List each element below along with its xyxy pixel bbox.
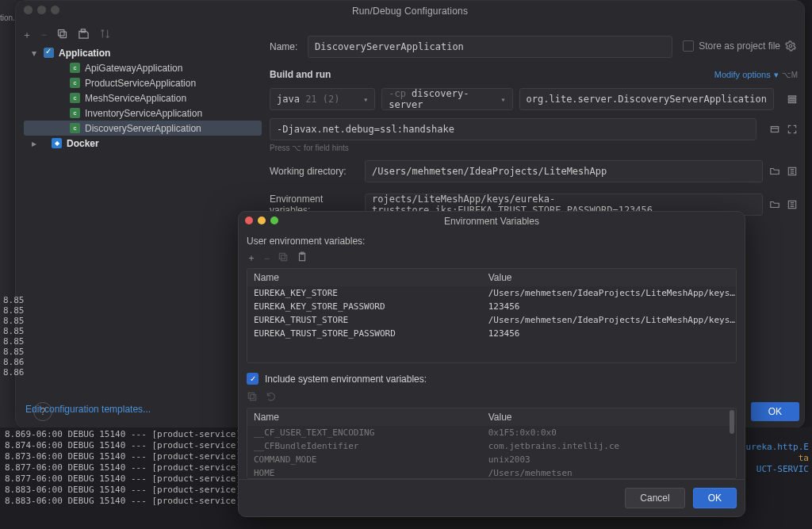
checkbox-icon[interactable] [44, 48, 54, 58]
table-row: __CF_USER_TEXT_ENCODING0x1F5:0x0:0x0 [247, 426, 736, 439]
col-name[interactable]: Name [247, 272, 482, 283]
list-icon[interactable] [787, 94, 798, 105]
svg-rect-6 [788, 102, 795, 103]
config-tree[interactable]: ▾ Application cApiGatewayApplication cPr… [24, 45, 262, 151]
table-row: HOME/Users/mehmetsen [247, 466, 736, 479]
col-value[interactable]: Value [482, 272, 736, 283]
console-link[interactable]: ta [745, 453, 809, 463]
svg-rect-14 [251, 395, 256, 401]
col-value[interactable]: Value [482, 412, 736, 423]
tree-label: InventoryServiceApplication [85, 108, 202, 119]
tree-label: MeshServiceApplication [85, 93, 186, 104]
table-row: EUREKA_KEY_STORE_PASSWORD123456 [247, 300, 736, 313]
table-row: EUREKA_TRUST_STORE/Users/mehmetsen/IdeaP… [247, 313, 736, 327]
svg-rect-10 [282, 255, 287, 261]
working-dir-input[interactable]: /Users/mehmetsen/IdeaProjects/LiteMeshAp… [365, 160, 763, 182]
svg-rect-0 [60, 32, 67, 38]
ok-button[interactable]: OK [751, 402, 799, 421]
save-temp-icon[interactable] [78, 28, 90, 42]
dialog-title: Environment Variables [444, 216, 539, 227]
tree-item[interactable]: cApiGatewayApplication [24, 60, 262, 75]
working-dir-label: Working directory: [270, 166, 365, 177]
table-row: EUREKA_KEY_STORE/Users/mehmetsen/IdeaPro… [247, 286, 736, 300]
tree-application-node[interactable]: ▾ Application [24, 45, 262, 60]
cancel-button[interactable]: Cancel [625, 488, 684, 508]
svg-rect-11 [279, 253, 285, 259]
tree-item[interactable]: cInventoryServiceApplication [24, 105, 262, 121]
env-vars-dialog: Environment Variables User environment v… [238, 211, 745, 517]
tree-docker-node[interactable]: ▸◆Docker [24, 136, 262, 151]
expand-icon[interactable] [769, 124, 780, 135]
tree-label: ApiGatewayApplication [85, 63, 182, 74]
help-icon[interactable]: ? [33, 402, 52, 421]
modify-options-link[interactable]: Modify options ▾ ⌥M [714, 70, 798, 80]
svg-rect-7 [771, 127, 778, 132]
fullscreen-icon[interactable] [787, 124, 798, 135]
svg-rect-5 [788, 98, 795, 100]
config-toolbar: ＋ − [22, 28, 111, 42]
include-system-checkbox[interactable]: ✓ Include system environment variables: [247, 373, 737, 385]
tree-item[interactable]: cMeshServiceApplication [24, 90, 262, 105]
table-row: __CFBundleIdentifiercom.jetbrains.intell… [247, 439, 736, 453]
name-input[interactable]: DiscoveryServerApplication [308, 36, 672, 58]
copy-var-icon [278, 251, 289, 265]
user-vars-label: User environment variables: [247, 236, 737, 247]
tree-item[interactable]: cProductServiceApplication [24, 75, 262, 90]
system-vars-table[interactable]: NameValue __CF_USER_TEXT_ENCODING0x1F5:0… [247, 408, 737, 479]
tree-label: ProductServiceApplication [85, 78, 196, 89]
tree-label: Application [59, 48, 110, 59]
user-vars-table[interactable]: NameValue EUREKA_KEY_STORE/Users/mehmets… [247, 268, 737, 363]
chevron-down-icon: ▾ [774, 70, 779, 80]
add-var-icon[interactable]: ＋ [247, 251, 256, 265]
table-row: COMMAND_MODEunix2003 [247, 453, 736, 466]
tree-label: DiscoveryServerApplication [85, 123, 201, 134]
dialog-traffic-lights[interactable] [245, 217, 278, 224]
paste-var-icon[interactable] [297, 251, 308, 265]
tree-label: Docker [67, 138, 99, 149]
remove-var-icon: − [264, 253, 270, 264]
svg-rect-15 [248, 393, 254, 398]
console-link[interactable]: UCT-SERVIC [745, 464, 809, 474]
console-link[interactable]: ureka.http.E [745, 442, 809, 452]
table-row: EUREKA_TRUST_STORE_PASSWORD123456 [247, 327, 736, 340]
module-selector[interactable]: -cp discovery-server▾ [381, 88, 512, 110]
svg-rect-4 [788, 96, 795, 98]
ok-button[interactable]: OK [693, 488, 737, 508]
field-hint: Press ⌥ for field hints [270, 144, 798, 152]
col-name[interactable]: Name [247, 412, 482, 423]
folder-icon[interactable] [769, 166, 780, 177]
vm-options-input[interactable]: -Djavax.net.debug=ssl:handshake [270, 118, 756, 140]
sort-config-icon[interactable] [99, 28, 111, 42]
copy-sys-icon [247, 391, 258, 404]
env-edit-icon[interactable] [787, 199, 798, 210]
tree-item-selected[interactable]: cDiscoveryServerApplication [24, 121, 262, 136]
build-run-header: Build and run [270, 69, 331, 80]
window-title: Run/Debug Configurations [16, 1, 804, 21]
jdk-selector[interactable]: java 21 (2)▾ [270, 88, 375, 110]
insert-macro-icon[interactable] [787, 166, 798, 177]
copy-config-icon[interactable] [56, 28, 68, 42]
window-traffic-lights[interactable] [24, 6, 59, 14]
main-class-input[interactable]: org.lite.server.DiscoveryServerApplicati… [519, 88, 774, 110]
name-label: Name: [270, 41, 308, 52]
scrollbar[interactable] [730, 410, 734, 434]
folder-icon[interactable] [769, 199, 780, 210]
svg-rect-1 [59, 30, 65, 36]
add-config-icon[interactable]: ＋ [22, 29, 32, 42]
remove-config-icon: − [41, 29, 47, 40]
clipped-tab-label: tion.y [0, 13, 14, 22]
console-left-col: 8.85 8.85 8.85 8.85 8.85 8.85 8.86 8.86 [3, 295, 25, 378]
checkbox-icon[interactable]: ✓ [247, 373, 259, 385]
revert-sys-icon [266, 391, 277, 404]
